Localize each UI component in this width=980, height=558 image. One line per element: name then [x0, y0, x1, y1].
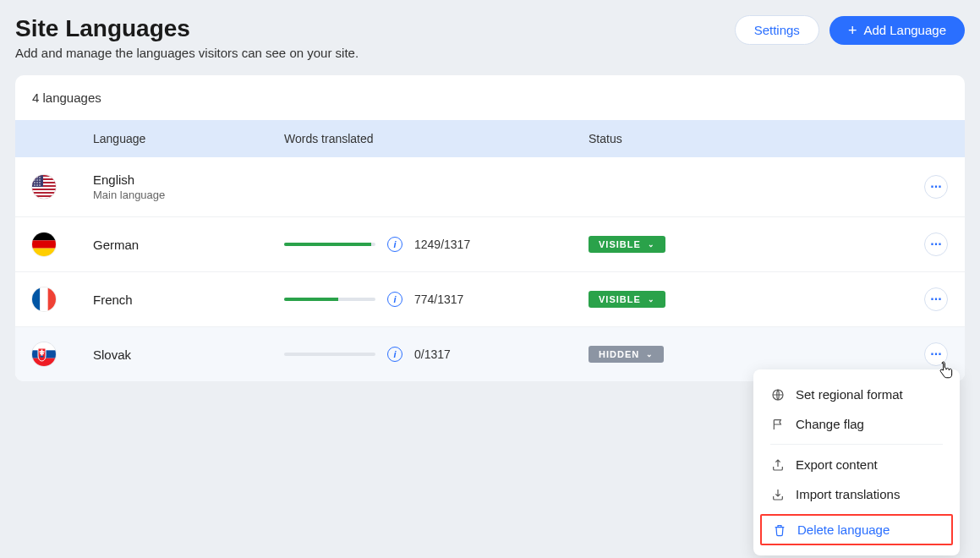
language-name: French: [93, 293, 284, 307]
svg-point-10: [36, 177, 38, 178]
svg-rect-5: [32, 190, 56, 192]
globe-icon: [770, 388, 786, 402]
cursor-pointer-icon: [938, 361, 955, 380]
flag-fr-icon: [32, 287, 56, 311]
flag-icon: [770, 418, 786, 431]
svg-rect-4: [32, 187, 56, 189]
page-title: Site Languages: [15, 15, 359, 42]
flag-de-icon: [32, 232, 56, 256]
row-actions-dropdown: Set regional format Change flag Export c…: [753, 369, 960, 555]
svg-point-14: [39, 179, 41, 181]
flag-sk-icon: [32, 342, 56, 366]
table-header: Language Words translated Status: [15, 120, 965, 157]
chevron-down-icon: ⌄: [648, 295, 655, 304]
svg-point-12: [34, 179, 36, 181]
table-row: English Main language ···: [15, 157, 965, 217]
svg-rect-31: [40, 351, 45, 353]
more-actions-button[interactable]: ···: [924, 232, 948, 256]
import-icon: [770, 488, 786, 501]
more-actions-button[interactable]: ···: [924, 175, 948, 199]
svg-point-11: [39, 177, 41, 178]
svg-rect-7: [32, 197, 56, 199]
chevron-down-icon: ⌄: [646, 350, 654, 358]
svg-point-15: [34, 182, 36, 183]
page-subtitle: Add and manage the languages visitors ca…: [15, 46, 359, 60]
svg-point-19: [36, 184, 38, 186]
col-status: Status: [589, 132, 897, 145]
svg-point-9: [34, 177, 36, 178]
status-badge[interactable]: VISIBLE⌄: [589, 236, 665, 253]
language-sub: Main language: [93, 189, 284, 201]
status-badge[interactable]: VISIBLE⌄: [589, 291, 665, 308]
progress-bar: [284, 353, 375, 356]
svg-point-13: [36, 179, 38, 181]
dropdown-separator: [770, 444, 943, 445]
svg-rect-25: [40, 287, 47, 311]
more-actions-button[interactable]: ···: [924, 287, 948, 311]
add-language-button[interactable]: + Add Language: [829, 16, 965, 45]
table-row: French i 774/1317 VISIBLE⌄ ···: [15, 272, 965, 327]
trash-icon: [772, 523, 787, 537]
info-icon[interactable]: i: [387, 347, 402, 362]
menu-set-regional-format[interactable]: Set regional format: [753, 380, 960, 409]
progress-bar: [284, 243, 375, 246]
flag-us-icon: [32, 175, 56, 199]
svg-point-20: [39, 184, 41, 186]
svg-rect-26: [48, 287, 56, 311]
language-name: English: [93, 172, 284, 187]
svg-rect-21: [32, 232, 56, 240]
settings-button[interactable]: Settings: [735, 15, 819, 45]
svg-rect-22: [32, 240, 56, 248]
language-count: 4 languages: [15, 75, 965, 120]
export-icon: [770, 458, 786, 472]
words-translated: 1249/1317: [414, 238, 470, 251]
words-translated: 0/1317: [414, 347, 451, 361]
svg-point-16: [36, 182, 38, 183]
languages-card: 4 languages Language Words translated St…: [15, 75, 965, 381]
plus-icon: +: [848, 23, 857, 38]
chevron-down-icon: ⌄: [648, 240, 655, 249]
info-icon[interactable]: i: [387, 237, 402, 252]
language-name: Slovak: [93, 347, 284, 362]
svg-rect-32: [40, 353, 44, 354]
language-name: German: [93, 238, 284, 252]
col-words: Words translated: [284, 132, 589, 145]
menu-export-content[interactable]: Export content: [753, 450, 960, 479]
status-badge[interactable]: HIDDEN⌄: [589, 346, 664, 363]
svg-point-17: [39, 182, 41, 183]
menu-import-translations[interactable]: Import translations: [753, 479, 960, 509]
info-icon[interactable]: i: [387, 292, 402, 307]
col-language: Language: [93, 132, 284, 145]
words-translated: 774/1317: [414, 293, 463, 306]
menu-delete-language[interactable]: Delete language: [760, 514, 953, 545]
progress-bar: [284, 298, 375, 301]
svg-rect-23: [32, 249, 56, 256]
svg-rect-6: [32, 194, 56, 195]
table-row: German i 1249/1317 VISIBLE⌄ ···: [15, 217, 965, 272]
svg-rect-24: [32, 287, 40, 311]
svg-point-18: [34, 184, 36, 186]
menu-change-flag[interactable]: Change flag: [753, 409, 960, 439]
